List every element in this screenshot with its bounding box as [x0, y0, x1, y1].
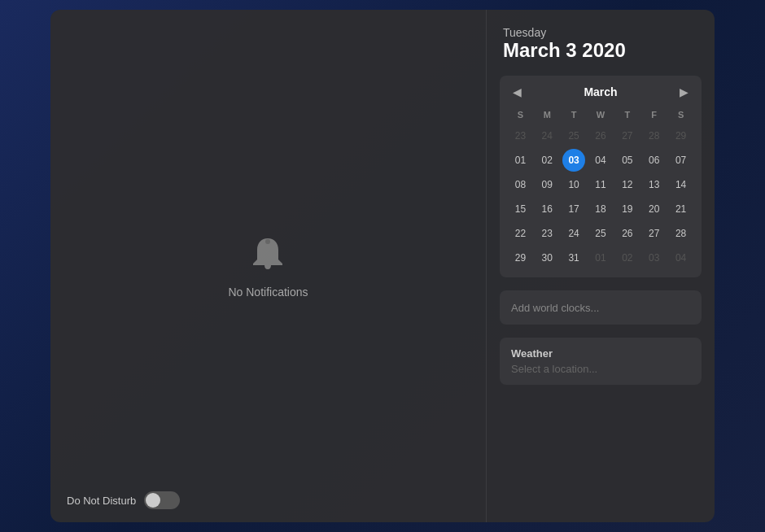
do-not-disturb-toggle[interactable]	[144, 491, 180, 509]
no-notifications-area: No Notifications	[228, 233, 308, 299]
calendar-day[interactable]: 25	[562, 124, 585, 147]
calendar-day[interactable]: 17	[562, 198, 585, 220]
calendar-day[interactable]: 12	[616, 173, 639, 196]
calendar-day-name: W	[588, 107, 614, 123]
calendar-day[interactable]: 27	[616, 124, 639, 147]
calendar-day-name: S	[508, 107, 533, 123]
calendar-day[interactable]: 02	[616, 246, 639, 269]
bell-icon	[247, 233, 289, 276]
calendar-grid: SMTWTFS232425262728290102030405060708091…	[508, 107, 693, 269]
calendar-prev-button[interactable]: ◀	[508, 84, 527, 100]
calendar-day[interactable]: 18	[589, 198, 612, 220]
calendar-day-name: M	[535, 107, 560, 123]
main-panel: No Notifications Do Not Disturb Tuesday …	[50, 10, 715, 522]
calendar-day[interactable]: 08	[509, 173, 531, 196]
calendar-day[interactable]: 05	[616, 149, 639, 172]
weekday-label: Tuesday	[503, 26, 698, 39]
calendar-day[interactable]: 20	[643, 198, 666, 220]
calendar-month-label: March	[584, 85, 617, 98]
calendar-day[interactable]: 23	[509, 124, 531, 147]
weather-location[interactable]: Select a location...	[511, 363, 690, 375]
date-header: Tuesday March 3 2020	[500, 26, 702, 63]
calendar-day[interactable]: 01	[589, 246, 612, 269]
calendar-day[interactable]: 30	[536, 246, 558, 269]
calendar-day[interactable]: 09	[536, 173, 558, 196]
calendar-day-name: S	[668, 107, 693, 123]
calendar-day[interactable]: 04	[589, 149, 612, 172]
svg-point-0	[265, 239, 270, 244]
calendar-day-name: T	[562, 107, 587, 123]
calendar-day[interactable]: 29	[670, 124, 693, 147]
calendar-day[interactable]: 15	[509, 198, 531, 220]
calendar-day[interactable]: 22	[509, 222, 531, 245]
calendar-day[interactable]: 03	[562, 149, 585, 172]
calendar-day[interactable]: 19	[616, 198, 639, 220]
no-notifications-label: No Notifications	[228, 286, 308, 299]
calendar-day[interactable]: 03	[643, 246, 666, 269]
bottom-bar: Do Not Disturb	[50, 478, 486, 522]
calendar-day[interactable]: 24	[536, 124, 558, 147]
calendar-day[interactable]: 26	[589, 124, 612, 147]
calendar-day[interactable]: 01	[509, 149, 531, 172]
calendar-day[interactable]: 13	[643, 173, 666, 196]
calendar-pane: Tuesday March 3 2020 ◀ March ▶ SMTWTFS23…	[487, 10, 715, 522]
calendar-widget: ◀ March ▶ SMTWTFS23242526272829010203040…	[500, 76, 702, 277]
calendar-day[interactable]: 14	[670, 173, 693, 196]
world-clocks-widget[interactable]: Add world clocks...	[500, 290, 702, 325]
calendar-day[interactable]: 26	[616, 222, 639, 245]
calendar-day[interactable]: 02	[536, 149, 558, 172]
calendar-day[interactable]: 24	[562, 222, 585, 245]
toggle-knob	[146, 493, 160, 508]
calendar-day[interactable]: 23	[536, 222, 558, 245]
calendar-day[interactable]: 11	[589, 173, 612, 196]
weather-title: Weather	[511, 347, 690, 360]
calendar-day[interactable]: 10	[562, 173, 585, 196]
calendar-day[interactable]: 25	[589, 222, 612, 245]
calendar-day-name: F	[641, 107, 667, 123]
calendar-day-name: T	[614, 107, 640, 123]
calendar-day[interactable]: 06	[643, 149, 666, 172]
calendar-day[interactable]: 16	[536, 198, 558, 220]
calendar-header: ◀ March ▶	[508, 84, 693, 100]
calendar-day[interactable]: 04	[670, 246, 693, 269]
do-not-disturb-label: Do Not Disturb	[67, 495, 136, 507]
weather-widget: Weather Select a location...	[500, 338, 702, 385]
calendar-day[interactable]: 31	[562, 246, 585, 269]
calendar-day[interactable]: 29	[509, 246, 531, 269]
add-world-clocks-label: Add world clocks...	[511, 302, 599, 314]
calendar-day[interactable]: 07	[670, 149, 693, 172]
calendar-day[interactable]: 21	[670, 198, 693, 220]
calendar-day[interactable]: 28	[643, 124, 666, 147]
calendar-next-button[interactable]: ▶	[675, 84, 693, 100]
calendar-day[interactable]: 27	[643, 222, 666, 245]
date-full-label: March 3 2020	[503, 39, 698, 63]
notifications-pane: No Notifications Do Not Disturb	[50, 10, 486, 522]
calendar-day[interactable]: 28	[670, 222, 693, 245]
